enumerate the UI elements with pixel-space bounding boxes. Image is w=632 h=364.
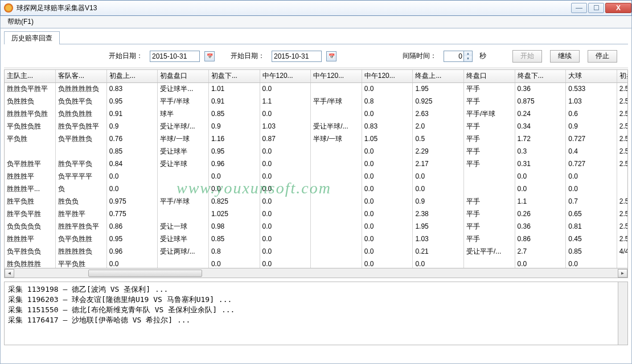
- table-row[interactable]: 胜胜胜平负平负胜胜0.95受让球半0.850.00.01.03平手0.860.4…: [5, 233, 628, 245]
- table-row[interactable]: 0.85受让球半0.950.00.02.29平手0.30.42.51.8750: [5, 145, 628, 158]
- cell: 2.5: [617, 145, 628, 158]
- log-line: 采集 1176417 – 沙地联[伊蒂哈德 VS 希拉尔] ...: [8, 315, 624, 325]
- scroll-left-icon[interactable]: ◄: [5, 269, 14, 278]
- table-row[interactable]: 胜胜胜平...负0.00.00.00.00.00.00.00.00: [5, 183, 628, 195]
- column-header[interactable]: 中午120...: [260, 70, 311, 82]
- cell: 0.96: [208, 158, 260, 170]
- cell: 0.0: [566, 170, 617, 183]
- table-row[interactable]: 负平胜胜平胜负平平负0.84受让半球0.960.00.02.17平手0.310.…: [5, 158, 628, 170]
- cell: 受让半球/...: [158, 120, 209, 133]
- scroll-track[interactable]: [14, 269, 618, 278]
- toolbar: 开始日期： 📅 开始日期： 📅 间隔时间： ▲ ▼ 秒 开始 继续 停止: [4, 44, 628, 68]
- cell: 0.775: [106, 208, 158, 220]
- cell: 4/4.5: [617, 245, 628, 258]
- cell: 0.36: [515, 82, 566, 95]
- tab-history-odds[interactable]: 历史赔率回查: [4, 31, 60, 44]
- cell: 0.0: [413, 258, 464, 268]
- column-header[interactable]: 初盘盘口: [158, 70, 209, 82]
- column-header[interactable]: 终盘口: [463, 70, 515, 82]
- table-row[interactable]: 平负胜负平胜胜负0.76半球/一球1.160.87半球/一球1.050.5平手1…: [5, 133, 628, 145]
- column-header[interactable]: 终盘上...: [413, 70, 464, 82]
- column-header[interactable]: 初盘上...: [106, 70, 158, 82]
- cell: 受让平手/...: [463, 245, 515, 258]
- maximize-button[interactable]: ☐: [588, 3, 604, 13]
- cell: 0.0: [260, 195, 311, 208]
- start-date-input[interactable]: [150, 51, 200, 62]
- cell: [311, 233, 362, 245]
- cell: 2.5: [617, 195, 628, 208]
- cell: 胜胜胜平...: [5, 183, 56, 195]
- column-header[interactable]: 客队客...: [56, 70, 107, 82]
- cell: 0.0: [362, 170, 413, 183]
- cell: 负平负胜胜: [56, 233, 107, 245]
- cell: 受让球半: [158, 233, 209, 245]
- cell: 0.86: [106, 220, 158, 233]
- table-row[interactable]: 负胜胜负负负胜平负0.95平手/半球0.911.1平手/半球0.80.925平手…: [5, 95, 628, 107]
- interval-spinner[interactable]: ▲ ▼: [444, 51, 473, 62]
- cell: 0.0: [208, 170, 260, 183]
- cell: 负平胜负负: [5, 245, 56, 258]
- cell: [617, 183, 628, 195]
- cell: 平手: [463, 82, 515, 95]
- log-line: 采集 1139198 – 德乙[波鸿 VS 圣保利] ...: [8, 284, 624, 295]
- cell: 0.0: [208, 258, 260, 268]
- table-row[interactable]: 胜胜胜平负胜负胜负胜胜0.91球半0.850.00.02.63平手/半球0.24…: [5, 107, 628, 120]
- cell: 0.85: [208, 233, 260, 245]
- spin-down-icon[interactable]: ▼: [464, 56, 472, 61]
- cell: [56, 145, 107, 158]
- column-header[interactable]: 中午120...: [362, 70, 413, 82]
- cell: 0.0: [362, 195, 413, 208]
- column-header[interactable]: 中午120...: [311, 70, 362, 82]
- table-row[interactable]: 负平胜负负胜胜胜胜负0.96受让两球/...0.80.00.00.21受让平手/…: [5, 245, 628, 258]
- minimize-button[interactable]: —: [571, 3, 587, 13]
- column-header[interactable]: 终盘下...: [515, 70, 566, 82]
- table-row[interactable]: 胜负胜胜胜平平负胜0.00.00.00.00.00.00.00.00: [5, 258, 628, 268]
- table-row[interactable]: 胜平负胜胜负负0.975平手/半球0.8250.00.00.9平手1.10.72…: [5, 195, 628, 208]
- cell: 0.0: [566, 183, 617, 195]
- interval-unit: 秒: [479, 51, 486, 61]
- cell: [311, 258, 362, 268]
- spin-up-icon[interactable]: ▲: [464, 51, 472, 56]
- data-table[interactable]: 主队主...客队客...初盘上...初盘盘口初盘下...中午120...中午12…: [4, 69, 628, 268]
- column-header[interactable]: 初盘下...: [208, 70, 260, 82]
- resume-button[interactable]: 继续: [550, 50, 580, 63]
- scroll-thumb[interactable]: [88, 270, 202, 277]
- table-row[interactable]: 胜平负平胜胜平胜平0.7751.0250.00.02.38平手0.260.652…: [5, 208, 628, 220]
- calendar-icon[interactable]: 📅: [204, 51, 215, 61]
- table-row[interactable]: 平负胜负胜胜负平负胜平0.9受让半球/...0.91.03受让半球/...0.8…: [5, 120, 628, 133]
- calendar-icon[interactable]: 📅: [326, 51, 336, 61]
- cell: 0.0: [260, 245, 311, 258]
- cell: 2.5: [617, 107, 628, 120]
- start-button[interactable]: 开始: [512, 50, 542, 63]
- table-row[interactable]: 胜胜负平胜平负胜胜胜胜负0.83受让球半...1.010.00.01.95平手0…: [5, 82, 628, 95]
- cell: 0.8: [362, 95, 413, 107]
- window-buttons: — ☐ X: [571, 3, 631, 13]
- cell: 受让球半...: [158, 82, 209, 95]
- close-button[interactable]: X: [605, 3, 631, 13]
- cell: [311, 158, 362, 170]
- column-header[interactable]: 大球: [566, 70, 617, 82]
- cell: 0.533: [566, 82, 617, 95]
- cell: [617, 258, 628, 268]
- cell: 0.76: [106, 133, 158, 145]
- column-header[interactable]: 初盘: [617, 70, 628, 82]
- column-header[interactable]: 主队主...: [5, 70, 56, 82]
- menu-help[interactable]: 帮助(F1): [3, 16, 38, 28]
- cell: 受让两球/...: [158, 245, 209, 258]
- cell: 1.03: [260, 120, 311, 133]
- end-date-input[interactable]: [272, 51, 322, 62]
- cell: 平手: [463, 158, 515, 170]
- cell: 平手: [463, 208, 515, 220]
- stop-button[interactable]: 停止: [588, 50, 617, 63]
- cell: 负负负负负: [5, 220, 56, 233]
- cell: 0.4: [566, 145, 617, 158]
- cell: 0.975: [106, 195, 158, 208]
- table-row[interactable]: 负负负负负胜胜平胜负平0.86受让一球0.980.00.01.95平手0.360…: [5, 220, 628, 233]
- log-panel[interactable]: 采集 1139198 – 德乙[波鸿 VS 圣保利] ...采集 1196203…: [4, 282, 628, 345]
- cell: 受让球半: [158, 145, 209, 158]
- vertical-scrollbar[interactable]: [618, 282, 627, 345]
- scroll-right-icon[interactable]: ►: [618, 269, 627, 278]
- interval-input[interactable]: [444, 51, 464, 62]
- horizontal-scrollbar[interactable]: ◄ ►: [4, 268, 628, 278]
- table-row[interactable]: 胜胜胜平负平平平平0.00.00.00.00.00.00.00.00: [5, 170, 628, 183]
